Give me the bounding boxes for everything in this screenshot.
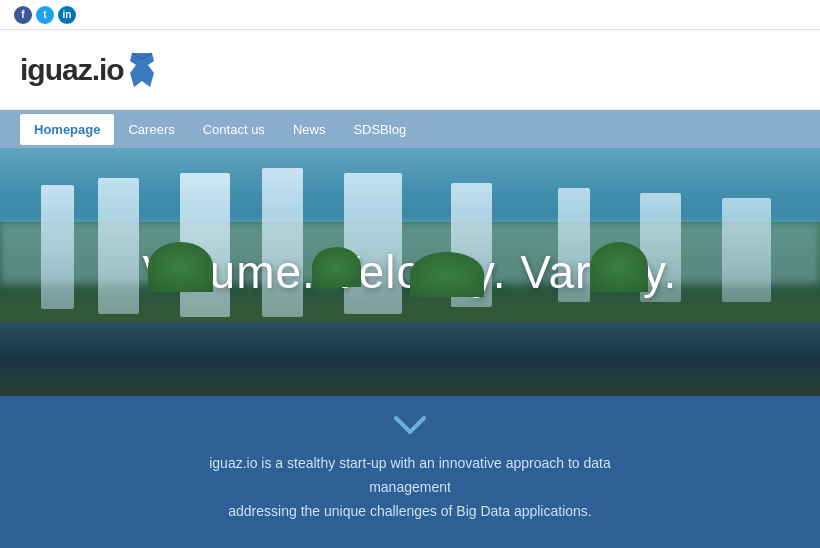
nav-item-homepage[interactable]: Homepage — [20, 114, 114, 145]
chevron-down-icon[interactable] — [394, 414, 426, 436]
hero-section: Volume. Velocity. Variety. — [0, 148, 820, 396]
facebook-icon[interactable]: f — [14, 6, 32, 24]
bottom-description: iguaz.io is a stealthy start-up with an … — [170, 452, 650, 523]
nav-item-contact[interactable]: Contact us — [189, 114, 279, 145]
nav-item-sdsblog[interactable]: SDSBlog — [339, 114, 420, 145]
twitter-icon[interactable]: t — [36, 6, 54, 24]
logo-text: iguaz.io — [20, 53, 124, 87]
logo-icon — [128, 51, 156, 89]
social-icons: f t in — [14, 6, 76, 24]
header: iguaz.io — [0, 30, 820, 110]
linkedin-icon[interactable]: in — [58, 6, 76, 24]
bottom-section: iguaz.io is a stealthy start-up with an … — [0, 396, 820, 548]
nav: Homepage Careers Contact us News SDSBlog — [0, 110, 820, 148]
nav-item-news[interactable]: News — [279, 114, 340, 145]
nav-item-careers[interactable]: Careers — [114, 114, 188, 145]
top-bar: f t in — [0, 0, 820, 30]
logo[interactable]: iguaz.io — [20, 51, 156, 89]
